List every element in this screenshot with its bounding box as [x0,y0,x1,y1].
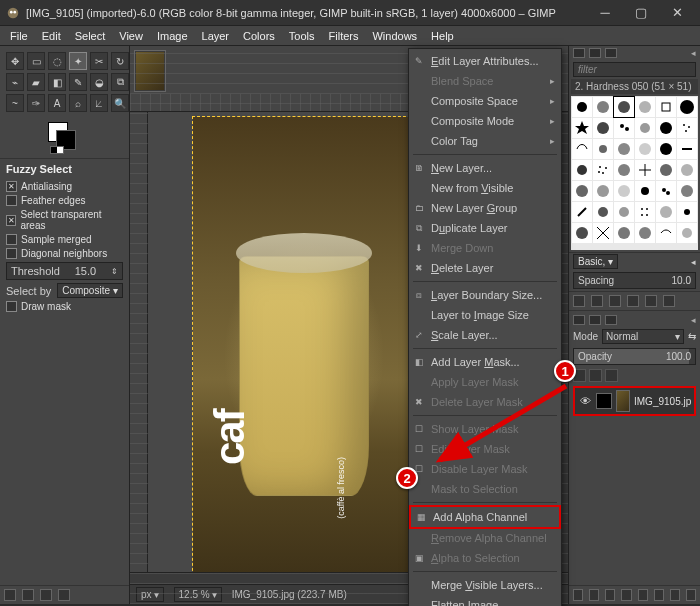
minimize-button[interactable]: ─ [588,2,622,24]
configure-icon[interactable]: ◂ [691,257,696,267]
feather-checkbox[interactable] [6,195,17,206]
ctx-new-layer-group[interactable]: 🗀New Layer Group [409,198,561,218]
dock-menu-icon[interactable]: ◂ [691,48,696,58]
move-tool-icon[interactable]: ✥ [6,52,24,70]
maximize-button[interactable]: ▢ [624,2,658,24]
menu-file[interactable]: File [4,28,34,44]
brush-edit-icon[interactable] [573,295,585,307]
left-footer-icon-3[interactable] [40,589,52,601]
selectby-dropdown[interactable]: Composite▾ [57,283,123,298]
threshold-stepper-icon[interactable]: ⇕ [111,267,118,276]
ctx-layer-boundary-size[interactable]: ⧈Layer Boundary Size... [409,285,561,305]
brush-dup-icon[interactable] [609,295,621,307]
path-tool-icon[interactable]: ✑ [27,94,45,112]
lock-position-icon[interactable] [589,369,602,382]
brush-new-icon[interactable] [591,295,603,307]
bucket-tool-icon[interactable]: ▰ [27,73,45,91]
pencil-tool-icon[interactable]: ✎ [69,73,87,91]
lower-layer-icon[interactable] [621,589,631,601]
ctx-add-layer-mask[interactable]: ◧Add Layer Mask... [409,352,561,372]
menu-image[interactable]: Image [151,28,194,44]
visibility-toggle-icon[interactable]: 👁 [578,394,592,408]
layer-row[interactable]: 👁 IMG_9105.jp [573,386,696,416]
transparent-checkbox[interactable] [6,215,16,226]
ctx-duplicate-layer[interactable]: ⧉Duplicate Layer [409,218,561,238]
ctx-edit-layer-attributes[interactable]: ✎Edit Layer Attributes... [409,51,561,71]
crop-tool-icon[interactable]: ✂ [90,52,108,70]
left-footer-icon-2[interactable] [22,589,34,601]
delete-layer-icon[interactable] [686,589,696,601]
smudge-tool-icon[interactable]: ~ [6,94,24,112]
fuzzy-select-tool-icon[interactable]: ✦ [69,52,87,70]
mode-switch-icon[interactable]: ⇆ [688,331,696,342]
layer-link-icon[interactable] [596,393,612,409]
rotate-tool-icon[interactable]: ↻ [111,52,129,70]
threshold-input[interactable]: Threshold 15.0 ⇕ [6,262,123,280]
left-footer-icon-4[interactable] [58,589,70,601]
ctx-composite-mode[interactable]: Composite Mode▸ [409,111,561,131]
new-group-icon[interactable] [589,589,599,601]
dock-tab-paths[interactable] [605,315,617,325]
ctx-new-from-visible[interactable]: New from Visible [409,178,561,198]
color-picker-tool-icon[interactable]: ⌕ [69,94,87,112]
brush-del-icon[interactable] [627,295,639,307]
gradient-tool-icon[interactable]: ◧ [48,73,66,91]
brush-zoom-icon[interactable] [663,295,675,307]
zoom-tool-icon[interactable]: 🔍 [111,94,129,112]
brush-grid[interactable] [571,96,698,250]
brush-refresh-icon[interactable] [645,295,657,307]
rect-select-tool-icon[interactable]: ▭ [27,52,45,70]
left-footer-icon-1[interactable] [4,589,16,601]
ctx-scale-layer[interactable]: ⤢Scale Layer... [409,325,561,345]
measure-tool-icon[interactable]: ⟀ [90,94,108,112]
new-layer-icon[interactable] [573,589,583,601]
free-select-tool-icon[interactable]: ◌ [48,52,66,70]
menu-layer[interactable]: Layer [196,28,236,44]
dock-menu-icon[interactable]: ◂ [691,315,696,325]
mask-layer-icon[interactable] [670,589,680,601]
dock-tab-patterns[interactable] [589,48,601,58]
dock-tab-layers[interactable] [573,315,585,325]
menu-select[interactable]: Select [69,28,112,44]
opacity-slider[interactable]: Opacity 100.0 [573,348,696,365]
brush-preset-dropdown[interactable]: Basic, ▾ [573,254,618,269]
menu-view[interactable]: View [113,28,149,44]
menu-edit[interactable]: Edit [36,28,67,44]
mode-dropdown[interactable]: Normal▾ [602,329,684,344]
ctx-flatten-image[interactable]: Flatten Image [409,595,561,606]
text-tool-icon[interactable]: A [48,94,66,112]
lock-alpha-icon[interactable] [605,369,618,382]
menu-help[interactable]: Help [425,28,460,44]
ctx-merge-visible-layers[interactable]: Merge Visible Layers... [409,575,561,595]
dock-tab-fonts[interactable] [605,48,617,58]
drawmask-checkbox[interactable] [6,301,17,312]
layer-name[interactable]: IMG_9105.jp [634,396,691,407]
merge-layer-icon[interactable] [654,589,664,601]
menu-tools[interactable]: Tools [283,28,321,44]
ctx-new-layer[interactable]: 🗎New Layer... [409,158,561,178]
clone-tool-icon[interactable]: ⧉ [111,73,129,91]
default-colors-icon[interactable] [50,146,64,154]
dock-tab-channels[interactable] [589,315,601,325]
ctx-delete-layer[interactable]: ✖Delete Layer [409,258,561,278]
close-button[interactable]: ✕ [660,2,694,24]
dock-tab-brushes[interactable] [573,48,585,58]
brush-filter-input[interactable]: filter [573,62,696,77]
ctx-layer-to-image-size[interactable]: Layer to Image Size [409,305,561,325]
menu-colors[interactable]: Colors [237,28,281,44]
eraser-tool-icon[interactable]: ◒ [90,73,108,91]
brush-spacing-input[interactable]: Spacing 10.0 [573,272,696,289]
color-swatches[interactable] [0,118,129,158]
ctx-composite-space[interactable]: Composite Space▸ [409,91,561,111]
menu-filters[interactable]: Filters [323,28,365,44]
ctx-add-alpha-channel[interactable]: ▦Add Alpha Channel [409,505,561,529]
antialiasing-checkbox[interactable] [6,181,17,192]
diagonal-checkbox[interactable] [6,248,17,259]
sample-merged-checkbox[interactable] [6,234,17,245]
ruler-vertical[interactable] [130,112,148,572]
raise-layer-icon[interactable] [605,589,615,601]
warp-tool-icon[interactable]: ⌁ [6,73,24,91]
image-canvas[interactable]: caf (caffè al fresco) [192,116,416,572]
menu-windows[interactable]: Windows [366,28,423,44]
dup-layer-icon[interactable] [638,589,648,601]
